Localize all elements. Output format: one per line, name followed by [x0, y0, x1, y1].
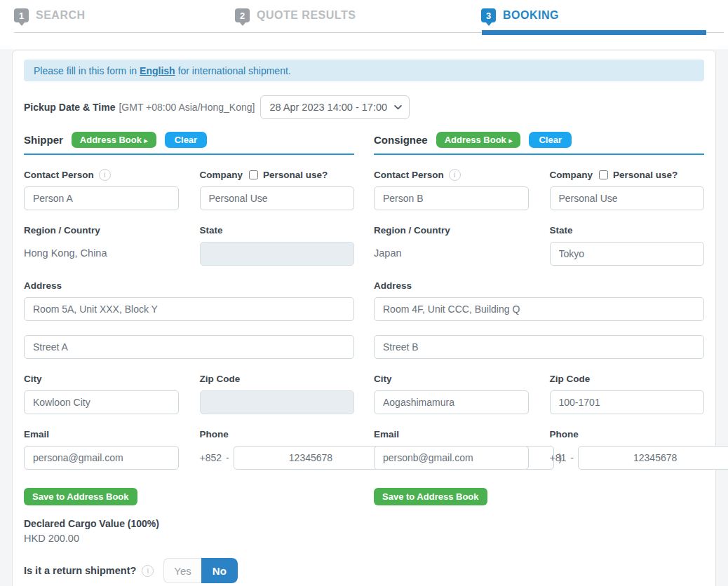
consignee-personal-use-checkbox[interactable] [599, 170, 608, 179]
personal-use-label: Personal use? [263, 170, 328, 180]
email-label: Email [374, 429, 399, 440]
consignee-address-field: Address [374, 279, 704, 359]
shipper-header: Shipper Address Book ▸ Clear [24, 132, 354, 155]
shipper-fields: Contact Person i Company Personal use? [24, 155, 354, 470]
phone-label: Phone [550, 429, 579, 440]
tab-quote-results[interactable]: 2 QUOTE RESULTS [235, 8, 356, 22]
return-shipment-toggle: Yes No [163, 558, 237, 583]
consignee-company-input[interactable] [550, 186, 705, 210]
consignee-contact-person-field: Contact Person i [374, 168, 529, 210]
banner-text-after: for international shipment. [178, 65, 291, 76]
consignee-zip-field: Zip Code [550, 372, 705, 414]
consignee-save-row: Save to Address Book [374, 488, 704, 505]
shipper-save-row: Save to Address Book [24, 488, 354, 505]
shipper-address1-input[interactable] [24, 297, 354, 321]
active-tab-underline [482, 30, 706, 35]
city-label: City [374, 374, 392, 384]
consignee-title: Consignee [374, 134, 428, 146]
step-tabs: 1 SEARCH 2 QUOTE RESULTS 3 BOOKING [0, 0, 728, 49]
consignee-phone-field: Phone +81 - ( ) [550, 428, 705, 470]
consignee-address-book-button[interactable]: Address Book ▸ [436, 132, 521, 148]
consignee-address2-input[interactable] [374, 335, 704, 359]
caret-right-icon: ▸ [144, 137, 148, 144]
shipper-section: Shipper Address Book ▸ Clear Contact Per… [24, 132, 354, 505]
consignee-header: Consignee Address Book ▸ Clear [374, 132, 704, 155]
consignee-state-input[interactable] [550, 242, 705, 266]
return-shipment-row: Is it a return shipment? i Yes No [24, 558, 704, 583]
consignee-contact-person-input[interactable] [374, 186, 529, 210]
consignee-save-to-address-book-button[interactable]: Save to Address Book [374, 488, 487, 505]
shipper-contact-person-input[interactable] [24, 186, 179, 210]
tab-booking[interactable]: 3 BOOKING [481, 8, 559, 22]
consignee-zip-input[interactable] [550, 390, 705, 414]
shipper-region-field: Region / Country Hong Kong, China [24, 224, 179, 266]
tab-quote-results-label: QUOTE RESULTS [257, 9, 356, 22]
return-yes-option[interactable]: Yes [163, 558, 201, 583]
pickup-timezone: [GMT +08:00 Asia/Hong_Kong] [119, 102, 255, 113]
info-icon[interactable]: i [449, 169, 461, 181]
return-no-option[interactable]: No [201, 558, 238, 583]
consignee-company-field: Company Personal use? [550, 168, 705, 210]
shipper-region-value: Hong Kong, China [24, 247, 179, 259]
caret-right-icon: ▸ [508, 137, 512, 144]
info-icon[interactable]: i [142, 565, 154, 577]
shipper-phone-prefix: +852 [200, 452, 222, 463]
shipper-save-to-address-book-button[interactable]: Save to Address Book [24, 488, 137, 505]
english-link[interactable]: English [140, 65, 175, 76]
pickup-datetime-label: Pickup Date & Time [24, 102, 115, 113]
step-1-badge: 1 [14, 8, 29, 22]
company-label: Company [200, 170, 243, 180]
consignee-clear-button[interactable]: Clear [529, 132, 572, 148]
shipper-contact-person-field: Contact Person i [24, 168, 179, 210]
shipper-company-field: Company Personal use? [200, 168, 355, 210]
consignee-city-field: City [374, 372, 529, 414]
declared-cargo-section: Declared Cargo Value (100%) HKD 200.00 [24, 518, 704, 544]
contact-person-label: Contact Person [374, 170, 444, 180]
phone-dash: - [570, 452, 574, 463]
shipper-phone-field: Phone +852 - ( ) [200, 428, 355, 470]
info-icon[interactable]: i [99, 169, 111, 181]
shipper-phone-input[interactable] [234, 446, 389, 470]
phone-label: Phone [200, 429, 229, 440]
consignee-address1-input[interactable] [374, 297, 704, 321]
shipper-address-field: Address [24, 279, 354, 359]
step-2-badge: 2 [235, 8, 250, 22]
consignee-phone-prefix: +81 [550, 452, 567, 463]
declared-cargo-value: HKD 200.00 [24, 533, 704, 544]
contact-person-label: Contact Person [24, 170, 94, 180]
consignee-email-field: Email [374, 428, 529, 470]
shipper-state-field: State [200, 224, 355, 266]
consignee-fields: Contact Person i Company Personal use? [374, 155, 704, 470]
company-label: Company [550, 170, 593, 180]
step-3-badge: 3 [481, 8, 496, 22]
return-shipment-label: Is it a return shipment? [24, 565, 136, 576]
booking-page: 1 SEARCH 2 QUOTE RESULTS 3 BOOKING Pleas… [0, 0, 728, 586]
shipper-state-input [200, 242, 355, 266]
tab-search[interactable]: 1 SEARCH [14, 8, 86, 22]
consignee-region-value: Japan [374, 247, 529, 259]
region-country-label: Region / Country [374, 225, 450, 236]
consignee-city-input[interactable] [374, 390, 529, 414]
shipper-zip-input [200, 390, 355, 414]
shipper-zip-field: Zip Code [200, 372, 355, 414]
banner-text-before: Please fill in this form in [34, 65, 137, 76]
shipper-clear-button[interactable]: Clear [165, 132, 208, 148]
party-columns: Shipper Address Book ▸ Clear Contact Per… [24, 132, 704, 505]
tab-booking-label: BOOKING [503, 9, 559, 22]
shipper-company-input[interactable] [200, 186, 355, 210]
consignee-phone-input[interactable] [578, 446, 728, 470]
shipper-city-input[interactable] [24, 390, 179, 414]
shipper-address2-input[interactable] [24, 335, 354, 359]
shipper-title: Shipper [24, 134, 63, 146]
declared-cargo-label: Declared Cargo Value (100%) [24, 518, 704, 529]
tab-search-label: SEARCH [36, 9, 86, 22]
booking-form-card: Please fill in this form in English for … [12, 50, 716, 586]
chevron-down-icon [394, 105, 402, 110]
language-info-banner: Please fill in this form in English for … [24, 60, 704, 81]
state-label: State [550, 225, 573, 236]
shipper-email-input[interactable] [24, 446, 179, 470]
shipper-address-book-button[interactable]: Address Book ▸ [72, 132, 156, 148]
shipper-personal-use-checkbox[interactable] [249, 170, 258, 179]
pickup-datetime-select[interactable]: 28 Apr 2023 14:00 - 17:00 [260, 95, 410, 119]
consignee-email-input[interactable] [374, 446, 529, 470]
